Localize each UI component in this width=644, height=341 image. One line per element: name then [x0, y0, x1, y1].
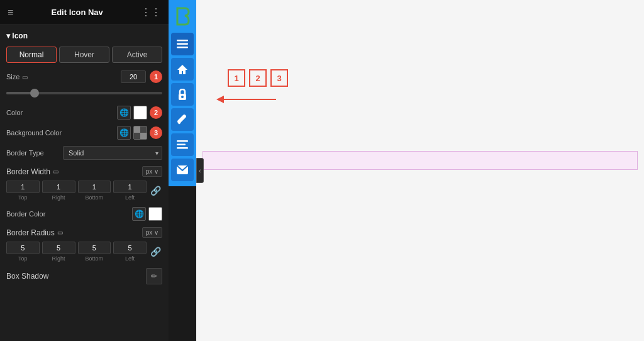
- border-width-left-label: Left: [125, 194, 135, 201]
- background-color-label: Background Color: [6, 129, 117, 137]
- badge-3: 3: [150, 126, 162, 139]
- bg-globe-icon[interactable]: 🌐: [117, 126, 131, 140]
- svg-rect-9: [177, 147, 188, 149]
- border-width-unit[interactable]: px ∨: [142, 166, 162, 177]
- list-icon: [177, 140, 188, 149]
- section-title: ▾ Icon: [6, 31, 162, 40]
- canvas-arrow: [216, 93, 279, 108]
- state-tabs: Normal Hover Active: [6, 47, 162, 63]
- border-type-label: Border Type: [6, 149, 63, 157]
- border-radius-bottom-label: Bottom: [86, 255, 104, 262]
- svg-rect-1: [177, 43, 188, 45]
- box-shadow-row: Box Shadow ✏: [6, 268, 162, 284]
- svg-point-5: [181, 96, 184, 98]
- border-width-right-wrap: Right: [42, 181, 75, 201]
- border-width-bottom[interactable]: [78, 181, 111, 193]
- border-radius-unit[interactable]: px ∨: [142, 227, 162, 238]
- border-radius-inputs: Top Right Bottom Left 🔗: [6, 242, 162, 262]
- canvas-num-1: 1: [228, 69, 245, 87]
- panel-title: Edit Icon Nav: [51, 8, 103, 17]
- bg-pattern-swatch[interactable]: [133, 126, 147, 140]
- border-radius-right-label: Right: [52, 255, 65, 262]
- hamburger-icon[interactable]: ≡: [8, 7, 13, 18]
- box-shadow-edit-button[interactable]: ✏: [146, 268, 162, 284]
- badge-1: 1: [150, 70, 162, 83]
- border-radius-left[interactable]: [113, 242, 147, 254]
- panel-header: ≡ Edit Icon Nav ⋮⋮: [0, 0, 169, 25]
- brava-logo-svg: [175, 7, 190, 26]
- border-radius-label: Border Radius: [6, 228, 55, 237]
- background-color-row: Background Color 🌐 3: [6, 126, 162, 140]
- size-section: Size ▭ 1: [6, 70, 162, 99]
- tab-hover[interactable]: Hover: [59, 47, 109, 63]
- nav-lock-icon-button[interactable]: [171, 83, 194, 106]
- border-radius-right-wrap: Right: [42, 242, 75, 262]
- border-radius-monitor-icon: ▭: [57, 229, 63, 236]
- canvas-num-3: 3: [270, 69, 288, 87]
- border-radius-top-wrap: Top: [6, 242, 40, 262]
- svg-marker-3: [177, 65, 187, 74]
- border-radius-link-icon[interactable]: 🔗: [149, 247, 162, 257]
- color-swatch[interactable]: [133, 106, 147, 120]
- border-width-right[interactable]: [42, 181, 75, 193]
- border-color-globe-icon[interactable]: 🌐: [132, 207, 146, 221]
- border-radius-left-wrap: Left: [113, 242, 147, 262]
- svg-rect-8: [177, 144, 186, 146]
- border-width-top-wrap: Top: [6, 181, 40, 201]
- wrench-icon: [177, 114, 188, 125]
- svg-rect-0: [177, 40, 188, 42]
- border-radius-header: Border Radius ▭ px ∨: [6, 227, 162, 238]
- border-width-left[interactable]: [113, 181, 147, 193]
- hamburger-nav-icon: [177, 40, 188, 48]
- canvas-num-2: 2: [249, 69, 267, 87]
- border-color-row: Border Color 🌐: [6, 207, 162, 221]
- nav-menu-icon-button[interactable]: [171, 33, 194, 55]
- border-width-bottom-wrap: Bottom: [78, 181, 111, 201]
- border-radius-top[interactable]: [6, 242, 40, 254]
- bg-color-controls: 🌐 3: [117, 126, 162, 140]
- border-width-section: Border Width ▭ px ∨ Top Right Bottom: [6, 166, 162, 201]
- collapse-panel-button[interactable]: ‹: [196, 158, 204, 183]
- canvas-selected-element-bar: [203, 151, 638, 170]
- border-width-top[interactable]: [6, 181, 40, 193]
- lock-icon: [177, 89, 187, 100]
- border-width-inputs: Top Right Bottom Left 🔗: [6, 181, 162, 201]
- brava-logo: [171, 5, 194, 28]
- tab-active[interactable]: Active: [112, 47, 162, 63]
- border-radius-right[interactable]: [42, 242, 75, 254]
- border-color-label: Border Color: [6, 210, 132, 218]
- border-type-row: Border Type Solid Dashed Dotted None: [6, 146, 162, 160]
- border-width-label: Border Width: [6, 167, 50, 176]
- border-width-left-wrap: Left: [113, 181, 147, 201]
- svg-rect-7: [177, 140, 188, 142]
- border-radius-bottom[interactable]: [78, 242, 111, 254]
- grid-icon[interactable]: ⋮⋮: [141, 6, 161, 18]
- mail-icon: [177, 165, 188, 174]
- border-width-header: Border Width ▭ px ∨: [6, 166, 162, 177]
- color-row: Color 🌐 2: [6, 106, 162, 120]
- canvas-number-boxes: 1 2 3: [228, 69, 288, 87]
- border-radius-left-label: Left: [125, 255, 135, 262]
- monitor-icon: ▭: [22, 74, 28, 81]
- svg-marker-12: [216, 96, 224, 103]
- border-width-link-icon[interactable]: 🔗: [149, 186, 162, 196]
- border-type-select-wrapper: Solid Dashed Dotted None: [63, 146, 162, 160]
- color-globe-icon[interactable]: 🌐: [117, 106, 131, 120]
- nav-list-icon-button[interactable]: [171, 133, 194, 156]
- badge-2: 2: [150, 106, 162, 119]
- border-color-controls: 🌐: [132, 207, 162, 221]
- border-type-select[interactable]: Solid Dashed Dotted None: [63, 146, 162, 160]
- home-icon: [177, 64, 188, 75]
- size-slider[interactable]: [6, 87, 162, 99]
- nav-home-icon-button[interactable]: [171, 58, 194, 81]
- nav-wrench-icon-button[interactable]: [171, 108, 194, 131]
- border-color-swatch[interactable]: [148, 207, 162, 221]
- border-width-right-label: Right: [52, 194, 65, 201]
- border-radius-top-label: Top: [18, 255, 28, 262]
- box-shadow-label: Box Shadow: [6, 272, 48, 281]
- arrow-svg: [216, 93, 279, 106]
- size-input[interactable]: [121, 70, 146, 83]
- nav-mail-icon-button[interactable]: [171, 159, 194, 181]
- border-width-bottom-label: Bottom: [86, 194, 104, 201]
- tab-normal[interactable]: Normal: [6, 47, 57, 63]
